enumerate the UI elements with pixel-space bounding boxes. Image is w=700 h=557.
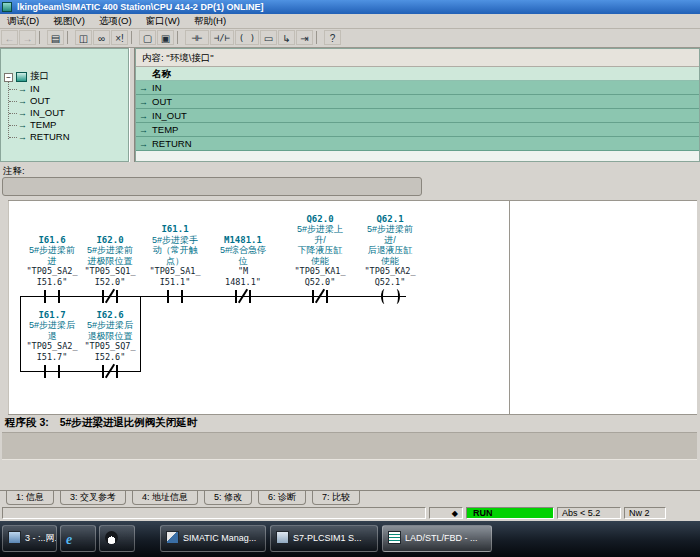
forward-button[interactable]: → (19, 30, 36, 45)
sidebar-item-temp[interactable]: →TEMP (18, 119, 56, 131)
bottom-tab-strip: 1: 信息3: 交叉参考4: 地址信息5: 修改6: 诊断7: 比较 (0, 490, 700, 506)
tab-address-info[interactable]: 4: 地址信息 (132, 491, 198, 505)
insert-coil-button[interactable]: ( ) (235, 30, 259, 45)
ladder-comment-line: 使能 (289, 256, 351, 267)
view-data-button[interactable]: ◫ (75, 30, 92, 45)
window-titlebar[interactable]: lkingbeam\SIMATIC 400 Station\CPU 414-2 … (0, 0, 700, 14)
qq-icon (105, 531, 118, 544)
insert-no-contact-button[interactable]: ⊣⊢ (185, 30, 209, 45)
table-row-return[interactable]: →RETURN (136, 137, 699, 151)
declaration-out-icon: → (18, 96, 27, 106)
tab-modify[interactable]: 5: 修改 (204, 491, 252, 505)
contact-i61-7[interactable] (58, 365, 60, 378)
tree-item-label: IN (30, 83, 40, 94)
table-row-label: IN (152, 82, 162, 93)
taskbar-button-qq[interactable] (99, 525, 135, 552)
window-3-icon (8, 531, 21, 544)
menu-options[interactable]: 选项(O) (92, 14, 139, 28)
network-comment-area[interactable] (2, 432, 697, 460)
content-header-path: "环境\接口" (166, 52, 213, 63)
ladder-address: I61.1 (144, 224, 206, 235)
monitor-glasses-button[interactable]: ∞ (93, 30, 110, 45)
table-row-in[interactable]: →IN (136, 81, 699, 95)
close-branch-button[interactable]: ⇥ (296, 30, 313, 45)
contact-i61-1[interactable] (181, 290, 183, 303)
tab-diagnostics[interactable]: 6: 诊断 (258, 491, 306, 505)
status-network-number: Nw 2 (624, 507, 666, 519)
ladder-symbol-name: "TP05_SQ7_ (79, 341, 141, 352)
column-header-name[interactable]: 名称 (136, 67, 699, 81)
ladder-address: Q62.0 (289, 214, 351, 225)
tab-cross-reference[interactable]: 3: 交叉参考 (60, 491, 126, 505)
online-status-icon: ◆ (429, 507, 463, 519)
ladder-comment-line: 5#步进梁后 (79, 320, 141, 331)
tree-root-interface[interactable]: 接口 (30, 70, 49, 83)
coil-q62-1[interactable] (393, 289, 400, 304)
contact-q62-0[interactable] (312, 290, 314, 303)
table-row-label: TEMP (152, 124, 178, 135)
simatic-manager-icon (166, 531, 179, 544)
contact-i61-1[interactable] (167, 290, 169, 303)
coil-q62-1[interactable] (381, 289, 388, 304)
ladder-comment-line: 进极限位置 (79, 256, 141, 267)
taskbar-button-s7-plcsim[interactable]: S7-PLCSIM1 S... (270, 525, 378, 552)
ladder-symbol-name: "TP05_KA1_ (289, 266, 351, 277)
menu-view[interactable]: 视图(V) (46, 14, 92, 28)
menu-debug[interactable]: 调试(D) (0, 14, 46, 28)
table-row-temp[interactable]: →TEMP (136, 123, 699, 137)
taskbar-button-window-3[interactable]: 3 - :..网.. (2, 525, 57, 552)
ladder-canvas[interactable]: I61.65#步进梁前进"TP05_SA2_I51.6"I62.05#步进梁前进… (8, 200, 697, 415)
taskbar-button-simatic-manager[interactable]: SIMATIC Manag... (160, 525, 266, 552)
sidebar-item-in-out[interactable]: →IN_OUT (18, 107, 65, 119)
contact-m1481-1[interactable] (249, 290, 251, 303)
sidebar-item-in[interactable]: →IN (18, 83, 40, 95)
ladder-comment-line: 5#步进梁手 (144, 235, 206, 246)
content-header-prefix: 内容: (142, 52, 164, 63)
ladder-comment-line: 5#步进梁后 (21, 320, 83, 331)
insert-box-button[interactable]: ▭ (260, 30, 277, 45)
toolbar-separator (67, 31, 72, 44)
menu-help[interactable]: 帮助(H) (187, 14, 233, 28)
ladder-symbol-name: "TP05_KA2_ (359, 266, 421, 277)
menu-window[interactable]: 窗口(W) (139, 14, 187, 28)
insert-nc-contact-button[interactable]: ⊣/⊢ (210, 30, 234, 45)
ladder-symbol-name: "TP05_SA2_ (21, 266, 83, 277)
contact-i62-6[interactable] (102, 365, 104, 378)
print-button[interactable]: ▤ (47, 30, 64, 45)
ladder-element-label: I61.75#步进梁后退"TP05_SA2_I51.7" (21, 310, 83, 363)
contact-i61-7[interactable] (44, 365, 46, 378)
contact-i62-0[interactable] (116, 290, 118, 303)
ladder-symbol-name: "TP05_SA2_ (21, 341, 83, 352)
sidebar-item-return[interactable]: →RETURN (18, 131, 70, 143)
network-header[interactable]: 程序段 3: 5#步进梁进退比例阀关闭延时 (5, 416, 197, 430)
context-help-button[interactable]: ? (324, 30, 341, 45)
contact-m1481-1[interactable] (235, 290, 237, 303)
ladder-symbol-name: "M (212, 266, 274, 277)
back-button[interactable]: ← (1, 30, 18, 45)
tree-connector-line (9, 113, 17, 114)
taskbar-button-internet-explorer[interactable]: e (60, 525, 96, 552)
sidebar-item-out[interactable]: →OUT (18, 95, 50, 107)
split-window-button[interactable]: ▣ (157, 30, 174, 45)
tab-info[interactable]: 1: 信息 (6, 491, 54, 505)
comment-box[interactable] (2, 177, 422, 196)
contact-i62-0[interactable] (102, 290, 104, 303)
open-branch-button[interactable]: ↳ (278, 30, 295, 45)
cancel-monitor-button[interactable]: ×! (111, 30, 128, 45)
lad-editor-icon (388, 531, 401, 544)
tab-compare[interactable]: 7: 比较 (312, 491, 360, 505)
contact-i61-6[interactable] (44, 290, 46, 303)
contact-i62-6[interactable] (116, 365, 118, 378)
tree-expander-icon[interactable]: − (4, 73, 13, 82)
ladder-address: M1481.1 (212, 235, 274, 246)
ladder-symbol-name: I51.7" (21, 352, 83, 363)
taskbar-button-lad-editor[interactable]: LAD/STL/FBD - ... (382, 525, 492, 552)
table-row-in-out[interactable]: →IN_OUT (136, 109, 699, 123)
contact-i61-6[interactable] (58, 290, 60, 303)
declaration-temp-icon: → (18, 120, 27, 130)
new-network-button[interactable]: ▢ (139, 30, 156, 45)
contact-q62-0[interactable] (326, 290, 328, 303)
ladder-element-label: Q62.05#步进梁上升/下降液压缸使能"TP05_KA1_Q52.0" (289, 214, 351, 288)
table-row-out[interactable]: →OUT (136, 95, 699, 109)
interface-tree-panel[interactable]: − 接口 →IN→OUT→IN_OUT→TEMP→RETURN (0, 48, 129, 162)
